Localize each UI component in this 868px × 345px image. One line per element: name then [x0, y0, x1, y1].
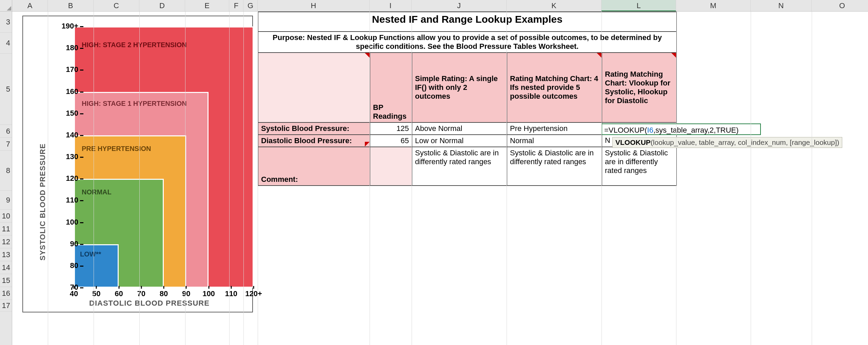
comment-indicator-icon[interactable]: [597, 53, 601, 58]
hdr-blank: [258, 53, 370, 122]
row-headers: 34567891011121314151617: [0, 12, 12, 345]
row-header-16[interactable]: 16: [0, 287, 12, 300]
col-header-E[interactable]: E: [185, 0, 229, 11]
grid-line: [507, 12, 507, 345]
region-pre-label: PRE HYPERTENSION: [82, 145, 151, 153]
diastolic-simple[interactable]: Low or Normal: [412, 135, 507, 147]
comment-nested[interactable]: Systolic & Diastolic are in differently …: [507, 147, 602, 186]
comment-simple[interactable]: Systolic & Diastolic are in differently …: [412, 147, 507, 186]
hdr-bp: BP Readings: [370, 53, 412, 122]
grid-line: [243, 12, 244, 345]
select-all-corner[interactable]: [0, 0, 12, 12]
tooltip-fn: VLOOKUP: [615, 138, 651, 146]
y-tick: 120: [59, 174, 78, 183]
x-tick: 80: [155, 289, 172, 298]
chart-y-label: SYSTOLIC BLOOD PRESSURE: [38, 143, 47, 261]
diastolic-input[interactable]: 65: [370, 135, 412, 147]
x-tick: 110: [223, 289, 240, 298]
grid-line: [229, 12, 230, 345]
table-purpose-row: Purpose: Nested IF & Lookup Functions al…: [258, 32, 676, 53]
y-tick: 90: [59, 239, 78, 248]
grid-line: [48, 12, 48, 345]
chart-x-label: DIASTOLIC BLOOD PRESSURE: [89, 299, 210, 308]
grid-line: [601, 12, 602, 345]
y-tick: 110: [59, 196, 78, 205]
hdr-lookup-text: Rating Matching Chart: Vlookup for Systo…: [605, 70, 670, 105]
hdr-nested-text: Rating Matching Chart: 4 Ifs nested prov…: [510, 74, 598, 100]
grid-line: [185, 12, 185, 345]
row-header-14[interactable]: 14: [0, 261, 12, 274]
row-header-6[interactable]: 6: [0, 125, 12, 138]
diastolic-label: Diastolic Blood Pressure:: [258, 135, 370, 147]
comment-indicator-icon[interactable]: [365, 142, 370, 147]
grid-line: [370, 12, 370, 345]
y-tick: 100: [59, 218, 78, 227]
column-headers: ABCDEFGHIJKLMNOP: [12, 0, 868, 12]
table-header-row: BP Readings Simple Rating: A single IF()…: [258, 53, 676, 122]
formula-ref: I6: [647, 126, 653, 134]
x-tick: 100: [200, 289, 217, 298]
formula-edit-overlay[interactable]: =VLOOKUP(I6,sys_table_array,2,TRUE): [601, 123, 761, 135]
table-title-row: Nested IF and Range Lookup Examples: [258, 12, 676, 32]
grid-line: [812, 12, 812, 345]
row-header-8[interactable]: 8: [0, 151, 12, 191]
chart-plot: HIGH: STAGE 2 HYPERTENSION HIGH: STAGE 1…: [74, 26, 254, 288]
x-tick: 50: [88, 289, 105, 298]
row-header-5[interactable]: 5: [0, 54, 12, 125]
col-header-A[interactable]: A: [12, 0, 48, 11]
col-header-H[interactable]: H: [258, 0, 370, 11]
y-tick: 160: [59, 87, 78, 96]
row-header-15[interactable]: 15: [0, 274, 12, 287]
comment-blank: [370, 147, 412, 186]
col-header-B[interactable]: B: [48, 0, 94, 11]
grid-line: [94, 12, 94, 345]
col-header-M[interactable]: M: [676, 0, 751, 11]
x-tick: 40: [65, 289, 82, 298]
y-tick: 190+: [59, 22, 78, 31]
example-table: Nested IF and Range Lookup Examples Purp…: [258, 12, 677, 186]
row-header-17[interactable]: 17: [0, 300, 12, 311]
grid-area[interactable]: SYSTOLIC BLOOD PRESSURE DIASTOLIC BLOOD …: [12, 12, 868, 345]
col-header-I[interactable]: I: [370, 0, 412, 11]
systolic-simple[interactable]: Above Normal: [412, 122, 507, 135]
x-tick: 120+: [245, 289, 262, 298]
table-title: Nested IF and Range Lookup Examples: [258, 12, 676, 32]
col-header-K[interactable]: K: [507, 0, 601, 11]
row-header-13[interactable]: 13: [0, 248, 12, 261]
region-normal-label: NORMAL: [82, 188, 112, 196]
x-tick: 60: [111, 289, 127, 298]
row-header-10[interactable]: 10: [0, 210, 12, 223]
y-tick: 130: [59, 152, 78, 161]
col-header-D[interactable]: D: [139, 0, 185, 11]
col-header-F[interactable]: F: [229, 0, 243, 11]
row-header-11[interactable]: 11: [0, 223, 12, 235]
col-header-O[interactable]: O: [812, 0, 868, 11]
col-header-G[interactable]: G: [243, 0, 258, 11]
systolic-nested[interactable]: Pre Hypertension: [507, 122, 602, 135]
y-tick: 150: [59, 109, 78, 118]
row-comment: Comment: Systolic & Diastolic are in dif…: [258, 147, 676, 186]
row-header-7[interactable]: 7: [0, 138, 12, 151]
col-header-C[interactable]: C: [94, 0, 139, 11]
function-tooltip[interactable]: VLOOKUP(lookup_value, table_array, col_i…: [612, 137, 842, 148]
comment-indicator-icon[interactable]: [671, 53, 676, 58]
row-header-3[interactable]: 3: [0, 12, 12, 33]
row-header-9[interactable]: 9: [0, 191, 12, 210]
comment-indicator-icon[interactable]: [365, 53, 370, 58]
row-header-4[interactable]: 4: [0, 33, 12, 54]
col-header-N[interactable]: N: [751, 0, 812, 11]
row-header-12[interactable]: 12: [0, 235, 12, 248]
diastolic-nested[interactable]: Normal: [507, 135, 602, 147]
comment-label: Comment:: [258, 147, 370, 186]
x-tick: 70: [133, 289, 150, 298]
table-purpose: Purpose: Nested IF & Lookup Functions al…: [258, 32, 676, 53]
hdr-simple: Simple Rating: A single IF() with only 2…: [412, 53, 507, 122]
comment-lookup[interactable]: Systolic & Diastolic are in differently …: [602, 147, 676, 186]
y-tick: 80: [59, 261, 78, 270]
col-header-L[interactable]: L: [601, 0, 676, 11]
grid-line: [139, 12, 140, 345]
y-tick: 180: [59, 43, 78, 52]
col-header-J[interactable]: J: [412, 0, 507, 11]
hdr-nested: Rating Matching Chart: 4 Ifs nested prov…: [507, 53, 602, 122]
systolic-input[interactable]: 125: [370, 122, 412, 135]
